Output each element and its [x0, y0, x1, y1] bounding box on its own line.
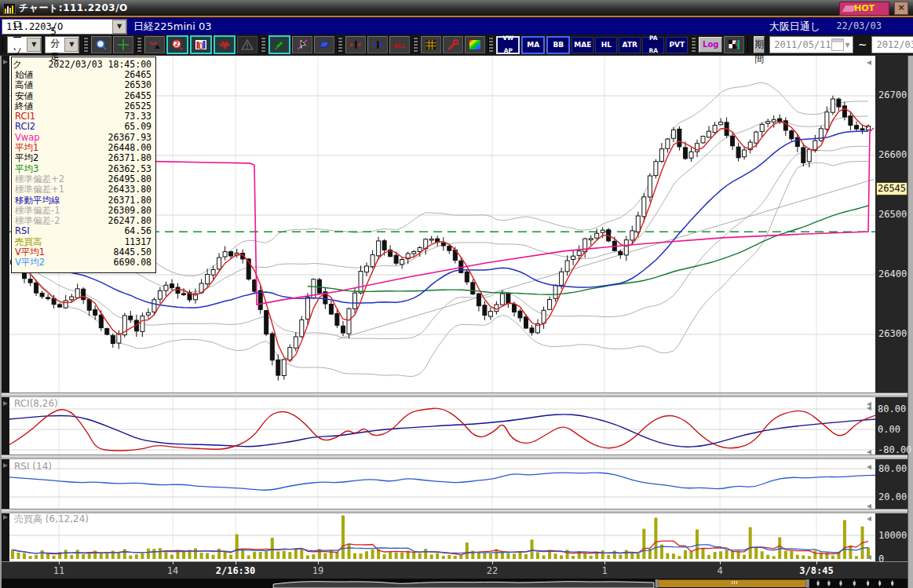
timeframe-combo[interactable]: 5分足 ▼ — [45, 36, 79, 53]
time-tick-mark — [604, 561, 605, 564]
pane-separator[interactable] — [2, 509, 908, 513]
log-scale-button[interactable]: Log — [699, 37, 722, 53]
info-row-value: 6690.08 — [114, 257, 152, 268]
rsi-axis-label: 20.00 — [878, 491, 907, 502]
color-palette-icon[interactable] — [465, 36, 485, 53]
toolbar-grip[interactable] — [261, 38, 265, 52]
info-row: Vwap26367.93 — [12, 133, 155, 143]
close-icon[interactable]: × — [894, 2, 908, 15]
alert-icon[interactable] — [237, 36, 257, 53]
zoom-preset-icon[interactable]: 2 — [166, 35, 188, 54]
indicator-button-hl[interactable]: HL — [595, 37, 617, 53]
info-row-value: 26362.53 — [108, 164, 152, 174]
volume-axis-label: 0 — [878, 553, 884, 564]
eraser-icon[interactable] — [314, 36, 334, 53]
indicator-button-para[interactable]: PARA — [642, 37, 664, 53]
svg-text:ALL: ALL — [394, 42, 407, 49]
info-row-value: 26247.80 — [108, 216, 152, 226]
chevron-down-icon[interactable]: ▼ — [27, 38, 41, 52]
info-row-label: 標準偏差+1 — [15, 184, 64, 195]
time-tick-mark — [59, 561, 60, 564]
indicator-button-ma[interactable]: MA — [521, 36, 545, 54]
indicator-button-atr[interactable]: ATR — [619, 37, 641, 53]
tools-wrench-icon[interactable] — [443, 36, 463, 53]
time-tick-label: 1 — [601, 565, 607, 576]
info-rows: 始値26465高値26530安値26455終値26525RCI173.33RCI… — [12, 70, 155, 268]
toolbar-grip[interactable] — [83, 38, 88, 52]
time-tick-mark — [318, 561, 319, 564]
toolbar-grip[interactable] — [137, 38, 141, 52]
info-row-value: 26525 — [124, 101, 152, 111]
volume-pane-title: 売買高 (6,12,24) — [14, 513, 89, 526]
rci-axis-label: 0.00 — [878, 424, 900, 435]
chevron-down-icon[interactable]: ▼ — [64, 38, 79, 52]
flag-chart-icon[interactable] — [724, 36, 744, 53]
info-row-label: 安値 — [15, 91, 33, 101]
rci-pane-title: RCI(8,26) — [14, 398, 58, 409]
time-tick-label: 14 — [167, 565, 178, 576]
info-row-label: V平均2 — [15, 257, 45, 268]
show-all-icon[interactable]: ALL — [389, 36, 410, 53]
zoom-icon[interactable] — [91, 36, 111, 53]
toolbar-grip[interactable] — [338, 38, 342, 52]
date-to-field[interactable]: 2012/03/06 ▼ — [871, 36, 913, 53]
indicator-button-pvt[interactable]: PVT — [666, 37, 688, 53]
info-row-value: 26530 — [124, 80, 152, 90]
app-icon — [3, 2, 16, 13]
info-row-value: 26371.80 — [108, 195, 152, 206]
info-row-label: 標準偏差+2 — [15, 174, 64, 184]
svg-text:2: 2 — [174, 41, 179, 48]
price-axis-label: 26400 — [878, 268, 907, 279]
price-axis-label: 26300 — [878, 328, 907, 339]
indicator-button-mae[interactable]: MAE — [572, 37, 593, 53]
toolbar-grip[interactable] — [2, 38, 3, 52]
hot-label: HOT — [854, 3, 875, 13]
title-bar: チャート:111.2203/O HOT × — [0, 0, 913, 17]
info-row-value: 26448.00 — [108, 143, 152, 153]
hot-button[interactable]: HOT — [839, 2, 889, 16]
toolbar: ローソク ▼ 5分足 ▼ 2¥ALLVWAPMABBMAEHLATRPARAPV… — [0, 35, 913, 56]
info-row-value: 26371.80 — [108, 153, 152, 163]
indicator-button-vwap[interactable]: VWAP — [496, 36, 520, 54]
info-row-value: 65.09 — [124, 122, 152, 132]
select-cursor-icon[interactable] — [292, 36, 312, 53]
info-row: RSI64.56 — [12, 226, 155, 236]
indicator-button-bb[interactable]: BB — [546, 36, 570, 54]
chevron-down-icon[interactable]: ▼ — [845, 42, 850, 49]
toolbar-grip[interactable] — [747, 38, 748, 52]
info-row: RCI173.33 — [12, 111, 155, 122]
date-to-value: 2012/03/06 — [872, 39, 913, 50]
info-row: 標準偏差-126309.80 — [12, 206, 155, 216]
price-board-icon[interactable] — [190, 35, 212, 54]
bar-compress-icon[interactable] — [367, 36, 388, 53]
info-row-value: 26465 — [124, 70, 152, 80]
toolbar-grip[interactable] — [691, 38, 696, 52]
time-tick-label: 22 — [487, 565, 498, 576]
grid-pattern-icon[interactable] — [421, 36, 441, 53]
toolbar-grip[interactable] — [413, 38, 418, 52]
chart-type-combo[interactable]: ローソク ▼ — [7, 36, 42, 53]
price-axis-label: 26600 — [878, 149, 907, 160]
draw-pencil-icon[interactable] — [268, 35, 290, 54]
date-from-field[interactable]: 2011/05/11 ▼ — [769, 36, 853, 53]
date-label: 22/03/03 — [836, 20, 882, 31]
info-row-label: 終値 — [15, 101, 33, 111]
trend-draw-icon[interactable] — [144, 36, 165, 53]
info-row-value: 8445.50 — [114, 247, 152, 257]
bar-expand-icon[interactable] — [345, 36, 366, 53]
period-button[interactable]: 期間 — [754, 36, 765, 53]
info-row: 標準偏差-226247.80 — [12, 216, 155, 226]
price-axis-label: 26500 — [878, 209, 907, 220]
pane-separator[interactable] — [2, 455, 908, 459]
time-tick-mark — [173, 561, 173, 564]
info-row-label: RSI — [15, 226, 30, 236]
pane-separator[interactable] — [2, 393, 908, 397]
chart-region: 2022/03/03 18:45:00 始値26465高値26530安値2645… — [0, 55, 913, 588]
info-row: 標準偏差+226495.80 — [12, 174, 155, 184]
yen-axis-icon[interactable]: ¥ — [214, 35, 236, 54]
time-tick-mark — [816, 561, 817, 564]
info-row-value: 26495.80 — [108, 174, 152, 184]
chevron-down-icon[interactable]: ▼ — [112, 20, 126, 34]
crosshair-icon[interactable] — [113, 36, 133, 53]
toolbar-grip[interactable] — [488, 38, 493, 52]
